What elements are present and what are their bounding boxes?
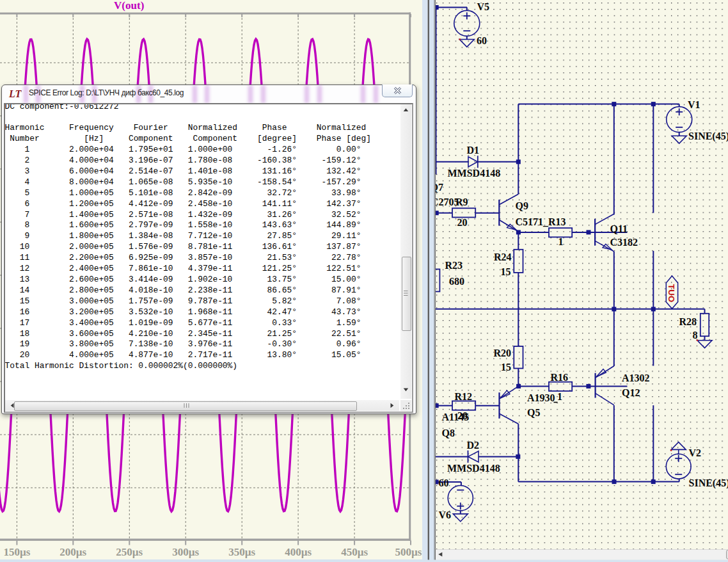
svg-text:200µs: 200µs — [59, 546, 86, 558]
svg-text:400µs: 400µs — [285, 546, 312, 558]
svg-text:SINE(45): SINE(45) — [689, 478, 728, 489]
svg-text:MMSD4148: MMSD4148 — [448, 168, 501, 179]
svg-text:R20: R20 — [494, 348, 512, 358]
svg-text:V2: V2 — [689, 447, 702, 458]
svg-text:Q8: Q8 — [442, 428, 455, 438]
svg-text:V1: V1 — [688, 99, 700, 110]
svg-text:R24: R24 — [494, 252, 512, 262]
svg-text:C3182: C3182 — [610, 237, 638, 248]
svg-text:D1: D1 — [467, 145, 480, 156]
svg-text:20: 20 — [457, 217, 468, 228]
svg-text:C5171_R13: C5171_R13 — [516, 216, 566, 227]
svg-text:450µs: 450µs — [341, 546, 368, 558]
svg-text:Q5: Q5 — [527, 407, 540, 418]
svg-text:300µs: 300µs — [172, 546, 199, 558]
svg-text:MMSD4148: MMSD4148 — [447, 463, 500, 474]
svg-text:V5: V5 — [477, 1, 490, 12]
svg-text:15: 15 — [501, 266, 511, 277]
svg-text:Q11: Q11 — [610, 223, 628, 234]
svg-text:V6: V6 — [439, 510, 452, 520]
svg-text:Q12: Q12 — [622, 387, 640, 398]
svg-text:15: 15 — [501, 362, 511, 373]
svg-text:TUO: TUO — [667, 284, 676, 303]
svg-text:R9: R9 — [455, 197, 468, 207]
svg-text:1: 1 — [558, 236, 564, 247]
svg-text:350µs: 350µs — [228, 546, 255, 558]
svg-text:250µs: 250µs — [116, 546, 143, 558]
svg-text:1: 1 — [557, 391, 562, 402]
svg-text:8: 8 — [693, 330, 698, 341]
svg-text:SINE(45): SINE(45) — [688, 131, 728, 142]
svg-text:60: 60 — [439, 478, 449, 488]
svg-text:D2: D2 — [467, 440, 480, 451]
svg-text:V(out): V(out) — [114, 0, 144, 12]
svg-text:A1302: A1302 — [622, 373, 650, 383]
svg-text:A1145: A1145 — [442, 412, 470, 422]
svg-text:A1930: A1930 — [527, 392, 555, 403]
svg-text:LT: LT — [8, 88, 22, 99]
svg-text:680: 680 — [449, 276, 464, 287]
svg-text:Q9: Q9 — [516, 200, 528, 211]
svg-text:R23: R23 — [445, 260, 463, 271]
svg-text:150µs: 150µs — [3, 546, 30, 558]
svg-text:R12: R12 — [455, 391, 473, 402]
svg-text:500µs: 500µs — [395, 546, 422, 558]
svg-text:60: 60 — [477, 35, 487, 46]
svg-text:R16: R16 — [551, 372, 569, 383]
svg-text:R28: R28 — [679, 316, 697, 327]
